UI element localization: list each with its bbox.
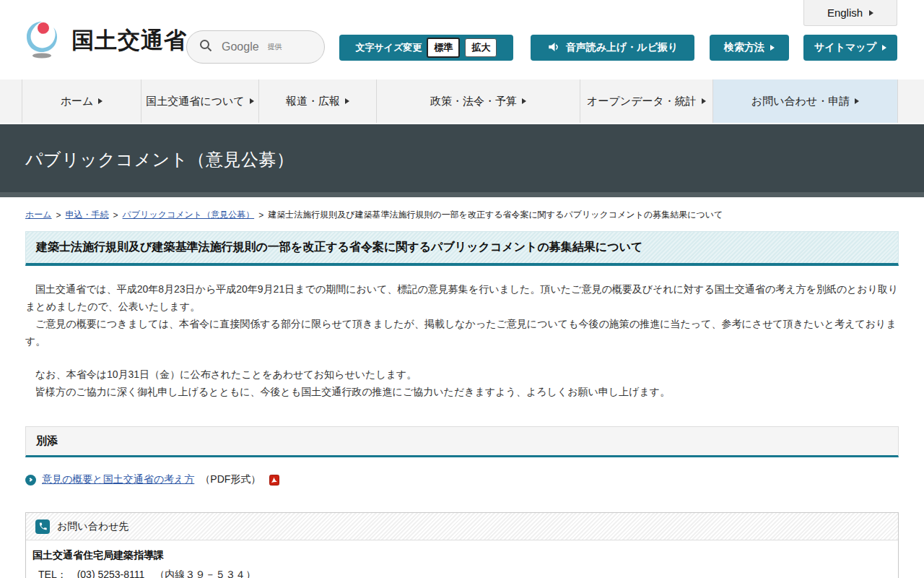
page: 国土交通省 Google 提供 文字サイズ変更 標準 拡大 — [0, 0, 924, 578]
search-placeholder-suffix: 提供 — [268, 42, 282, 52]
nav-item-home[interactable]: ホーム — [22, 79, 141, 123]
nav-item-policy[interactable]: 政策・法令・予算 — [376, 79, 580, 123]
nav-item-label: オープンデータ・統計 — [587, 95, 697, 108]
page-banner-strip — [0, 192, 924, 197]
paragraph: ご意見の概要につきましては、本省令に直接関係する部分に限らせて頂きましたが、掲載… — [25, 315, 899, 350]
attachment-format-label: （PDF形式） — [200, 473, 261, 486]
site-header: 国土交通省 Google 提供 文字サイズ変更 標準 拡大 — [0, 0, 924, 79]
breadcrumb: ホーム > 申込・手続 > パブリックコメント（意見公募） > 建築士法施行規則… — [25, 209, 899, 221]
font-size-large-button[interactable]: 拡大 — [465, 38, 497, 57]
search-placeholder-brand: Google — [222, 40, 259, 53]
nav-item-label: ホーム — [61, 95, 94, 108]
attachment-pdf-link[interactable]: 意見の概要と国土交通省の考え方 — [42, 473, 194, 486]
breadcrumb-link-home[interactable]: ホーム — [25, 209, 52, 221]
chevron-right-icon — [882, 45, 886, 51]
contact-body: 国土交通省住宅局建築指導課 TEL： (03) 5253-8111 （内線３９－… — [26, 540, 898, 578]
font-size-control: 文字サイズ変更 標準 拡大 — [339, 35, 513, 61]
nav-item-opendata[interactable]: オープンデータ・統計 — [580, 79, 712, 123]
search-method-button[interactable]: 検索方法 — [710, 35, 789, 61]
nav-item-contact[interactable]: お問い合わせ・申請 — [712, 79, 898, 123]
nav-item-label: お問い合わせ・申請 — [751, 95, 850, 108]
main-content: ホーム > 申込・手続 > パブリックコメント（意見公募） > 建築士法施行規則… — [0, 209, 924, 578]
sitemap-label: サイトマップ — [814, 41, 876, 54]
nav-item-label: 報道・広報 — [286, 95, 340, 108]
audio-reading-button[interactable]: 音声読み上げ・ルビ振り — [531, 35, 694, 61]
contact-department: 国土交通省住宅局建築指導課 — [32, 549, 888, 562]
site-brand[interactable]: 国土交通省 — [24, 19, 187, 62]
breadcrumb-separator: > — [113, 210, 118, 220]
contact-header: お問い合わせ先 — [26, 513, 898, 540]
font-size-label: 文字サイズ変更 — [356, 41, 422, 54]
chevron-right-icon — [98, 98, 103, 104]
chevron-right-icon — [855, 98, 859, 104]
speaker-icon — [547, 40, 560, 56]
chevron-right-icon — [702, 98, 706, 104]
phone-icon — [35, 519, 50, 534]
page-banner: パブリックコメント（意見公募） — [0, 124, 924, 192]
chevron-right-icon — [522, 98, 526, 104]
contact-heading: お問い合わせ先 — [57, 520, 128, 533]
paragraph: 国土交通省では、平成20年8月23日から平成20年9月21日までの期間において、… — [25, 280, 899, 315]
global-nav: ホーム 国土交通省について 報道・広報 政策・法令・予算 オープンデータ・統計 … — [0, 79, 924, 123]
english-label: English — [827, 7, 863, 19]
search-icon — [199, 38, 213, 56]
search-input[interactable]: Google 提供 — [186, 30, 325, 64]
article-heading: 建築士法施行規則及び建築基準法施行規則の一部を改正する省令案に関するパブリックコ… — [25, 231, 899, 266]
breadcrumb-link-public-comment[interactable]: パブリックコメント（意見公募） — [123, 209, 255, 221]
nav-item-press[interactable]: 報道・広報 — [258, 79, 376, 123]
paragraph: なお、本省令は10月31日（金）に公布されたことをあわせてお知らせいたします。 — [25, 366, 899, 383]
chevron-right-icon — [770, 45, 775, 51]
english-button[interactable]: English — [803, 0, 897, 26]
breadcrumb-current: 建築士法施行規則及び建築基準法施行規則の一部を改正する省令案に関するパブリックコ… — [268, 209, 723, 221]
sitemap-button[interactable]: サイトマップ — [803, 35, 897, 61]
contact-tel: TEL： (03) 5253-8111 （内線３９－５３４） — [38, 569, 888, 578]
article-body: 国土交通省では、平成20年8月23日から平成20年9月21日までの期間において、… — [25, 280, 899, 400]
arrow-circle-icon — [25, 475, 36, 486]
attachment-link-row: 意見の概要と国土交通省の考え方 （PDF形式） — [25, 473, 899, 486]
chevron-right-icon — [345, 98, 349, 104]
chevron-right-icon — [869, 10, 873, 16]
site-name: 国土交通省 — [71, 25, 187, 56]
nav-item-about[interactable]: 国土交通省について — [141, 79, 258, 123]
breadcrumb-link-procedures[interactable]: 申込・手続 — [66, 209, 109, 221]
search-method-label: 検索方法 — [724, 41, 764, 54]
mlit-logo-icon — [24, 19, 63, 62]
audio-reading-label: 音声読み上げ・ルビ振り — [566, 41, 679, 54]
font-size-standard-button[interactable]: 標準 — [427, 38, 460, 58]
page-banner-title: パブリックコメント（意見公募） — [0, 124, 924, 171]
paragraph: 皆様方のご協力に深く御礼申し上げるとともに、今後とも国土交通行政の推進にご協力い… — [25, 383, 899, 400]
nav-item-label: 政策・法令・予算 — [430, 95, 517, 108]
nav-item-label: 国土交通省について — [146, 95, 244, 108]
chevron-right-icon — [250, 98, 254, 104]
breadcrumb-separator: > — [56, 210, 61, 220]
pdf-icon — [269, 475, 279, 486]
contact-box: お問い合わせ先 国土交通省住宅局建築指導課 TEL： (03) 5253-811… — [25, 512, 899, 578]
breadcrumb-separator: > — [258, 210, 263, 220]
attachment-section-heading: 別添 — [25, 426, 899, 457]
